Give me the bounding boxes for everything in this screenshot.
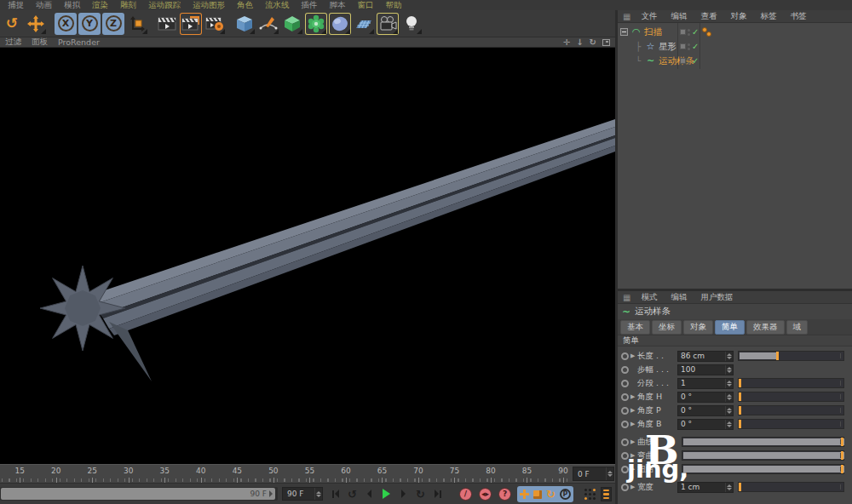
parameter-value-input[interactable]: 0 ° [677,392,734,403]
spline-pen-icon[interactable] [257,13,279,35]
attribute-tab[interactable]: 基本 [620,320,650,335]
expand-arrow-icon[interactable]: ▶ [630,438,637,445]
play-button[interactable] [378,486,394,501]
keyframe-circle-icon[interactable] [621,466,629,473]
solo-layer-icon[interactable] [601,487,612,501]
slider-knob[interactable] [841,465,843,473]
record-position-icon[interactable] [520,490,529,499]
tag-icon[interactable] [706,32,711,37]
visibility-dots-icon[interactable] [688,29,690,36]
parameter-slider[interactable] [738,482,844,492]
expand-arrow-icon[interactable]: ▶ [630,452,637,459]
object-manager-menu-item[interactable]: 对象 [723,11,753,22]
slider-knob[interactable] [776,352,779,360]
expand-arrow-icon[interactable]: ▶ [630,421,637,427]
autokeying-button[interactable]: ◂▸ [476,486,494,501]
expand-arrow-icon[interactable]: ▶ [630,393,637,400]
expand-arrow-icon[interactable]: ▶ [630,407,637,414]
keyframe-circle-icon[interactable] [621,380,629,387]
visibility-dots-icon[interactable] [688,58,690,65]
slider-knob[interactable] [739,379,741,387]
enable-check-icon[interactable]: ✓ [692,42,699,51]
layer-toggle-icon[interactable] [680,29,686,35]
object-manager-menu-item[interactable]: 查看 [694,11,723,22]
parameter-stepper[interactable] [725,420,733,429]
x-axis-lock-icon[interactable]: X [55,13,77,35]
current-frame-input[interactable]: 90 F [282,487,323,501]
menu-item[interactable]: 角色 [231,0,259,10]
orbit-view-icon[interactable]: ↻ [590,38,596,47]
menu-item[interactable]: 运动跟踪 [142,0,187,10]
parameter-stepper[interactable] [725,483,733,492]
keyframe-selection-button[interactable]: ? [496,486,514,501]
attribute-tab[interactable]: 简单 [715,320,745,335]
point-level-animation-icon[interactable] [584,488,596,500]
parameter-value-input[interactable]: 1 [677,378,734,389]
keyframe-circle-icon[interactable] [621,393,629,401]
menu-item[interactable]: 动画 [30,0,58,10]
record-keyframe-button[interactable]: / [457,486,475,501]
keyframe-circle-icon[interactable] [621,421,629,428]
slider-knob[interactable] [841,438,843,446]
light-icon[interactable] [400,13,423,35]
keyframe-circle-icon[interactable] [621,438,629,446]
menu-item[interactable]: 流水线 [259,0,296,10]
current-frame-stepper[interactable] [314,488,322,500]
attribute-menu-item[interactable]: 用户数据 [694,292,740,303]
parameter-slider[interactable] [738,419,844,429]
parameter-slider[interactable] [682,437,844,447]
slider-knob[interactable] [739,406,741,415]
object-row[interactable]: ◠ 扫描 ✓ [618,25,852,39]
previous-frame-button[interactable] [361,486,377,501]
keyframe-circle-icon[interactable] [621,352,629,360]
metaball-icon[interactable] [329,13,351,35]
panel-grip-icon[interactable]: ▦ [623,293,630,302]
parameter-stepper[interactable] [725,379,733,388]
slider-knob[interactable] [841,451,843,460]
primitive-cube-icon[interactable] [233,13,256,35]
record-parameter-icon[interactable]: P [560,489,571,500]
pan-view-icon[interactable]: ✛ [563,38,570,47]
viewport-3d[interactable] [0,48,615,464]
render-to-picture-viewer-icon[interactable] [180,13,202,35]
camera-icon[interactable] [377,13,399,35]
record-rotation-icon[interactable]: ↻ [546,489,556,500]
parameter-slider[interactable] [738,392,844,402]
parameter-slider[interactable] [738,378,844,388]
attribute-tab[interactable]: 对象 [683,320,713,335]
parameter-value-input[interactable]: 100 [677,364,734,375]
object-manager-menu-item[interactable]: 标签 [753,11,783,22]
attribute-menu-item[interactable]: 编辑 [664,292,694,303]
floor-icon[interactable] [353,13,375,35]
object-row[interactable]: └ ~ 运动样条 ✓ [618,54,852,68]
mograph-effector-icon[interactable] [305,13,327,35]
parameter-stepper[interactable] [725,392,733,402]
layer-toggle-icon[interactable] [680,43,686,49]
dolly-view-icon[interactable]: ↓ [576,38,583,47]
parameter-stepper[interactable] [725,352,733,361]
coordinate-system-icon[interactable] [126,13,148,35]
attribute-tab[interactable]: 效果器 [746,320,785,335]
slider-knob[interactable] [739,420,741,428]
undo-icon[interactable]: ↺ [1,13,23,35]
render-view-icon[interactable] [156,13,178,35]
keyframe-circle-icon[interactable] [621,407,629,415]
slider-knob[interactable] [739,483,741,491]
record-scale-icon[interactable] [533,490,542,499]
visibility-dots-icon[interactable] [688,43,690,50]
object-name[interactable]: 扫描 [644,26,662,38]
parameter-slider[interactable] [738,351,844,361]
parameter-value-input[interactable]: 86 cm [677,351,734,362]
render-settings-icon[interactable] [204,13,226,35]
timeline-scrubber[interactable]: 90 F [0,487,278,501]
menu-item[interactable]: 窗口 [352,0,380,10]
keyframe-circle-icon[interactable] [621,366,629,374]
prorender-menu[interactable]: ProRender [58,37,100,47]
loop-button[interactable]: ↻ [412,486,429,501]
parameter-stepper[interactable] [725,365,733,375]
keyframe-circle-icon[interactable] [621,484,629,491]
keyframe-circle-icon[interactable] [621,452,629,460]
attribute-menu-item[interactable]: 模式 [634,292,664,303]
object-manager-menu-item[interactable]: 书签 [783,11,813,22]
parameter-slider[interactable] [738,405,844,415]
